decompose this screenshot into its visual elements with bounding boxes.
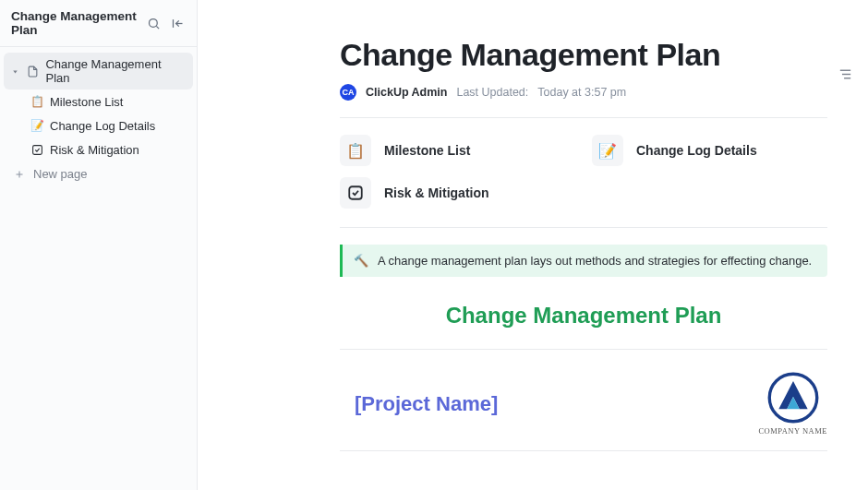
sidebar-item-label: Risk & Mitigation bbox=[50, 143, 139, 157]
sidebar-header-actions bbox=[145, 15, 186, 31]
svg-point-0 bbox=[149, 18, 157, 27]
collapse-sidebar-icon[interactable] bbox=[169, 15, 186, 31]
sidebar: Change Management Plan bbox=[0, 0, 198, 490]
subpage-label: Milestone List bbox=[384, 143, 470, 158]
project-name-placeholder[interactable]: [Project Name] bbox=[355, 392, 498, 416]
divider bbox=[340, 450, 827, 451]
checkbox-icon bbox=[30, 142, 44, 157]
sidebar-tree: Change Management Plan 📋 Milestone List … bbox=[0, 47, 197, 161]
subpage-label: Risk & Mitigation bbox=[384, 185, 489, 200]
plus-icon bbox=[13, 168, 26, 181]
sidebar-item-changelog[interactable]: 📝 Change Log Details bbox=[4, 114, 193, 137]
sidebar-item-label: Milestone List bbox=[50, 95, 123, 109]
sidebar-header: Change Management Plan bbox=[0, 0, 197, 47]
company-logo: COMPANY NAME bbox=[758, 372, 827, 436]
callout-text: A change management plan lays out method… bbox=[378, 254, 812, 268]
main: Change Management Plan CA ClickUp Admin … bbox=[198, 0, 868, 490]
svg-marker-4 bbox=[13, 70, 18, 73]
outline-icon[interactable] bbox=[838, 66, 853, 86]
chevron-down-icon[interactable] bbox=[11, 67, 20, 76]
divider bbox=[340, 349, 827, 350]
search-icon[interactable] bbox=[145, 15, 162, 31]
clipboard-icon: 📋 bbox=[30, 94, 44, 109]
company-name: COMPANY NAME bbox=[758, 426, 827, 436]
hammer-icon: 🔨 bbox=[354, 254, 368, 268]
sidebar-item-risk[interactable]: Risk & Mitigation bbox=[4, 137, 193, 161]
logo-icon bbox=[767, 372, 819, 424]
subpage-risk[interactable]: Risk & Mitigation bbox=[340, 177, 575, 209]
subpage-changelog[interactable]: 📝 Change Log Details bbox=[592, 135, 827, 166]
subpage-label: Change Log Details bbox=[636, 143, 757, 158]
clipboard-icon: 📋 bbox=[340, 135, 371, 166]
svg-rect-5 bbox=[32, 145, 42, 154]
project-row: [Project Name] COMPANY NAME bbox=[340, 366, 827, 441]
updated-value: Today at 3:57 pm bbox=[537, 86, 626, 99]
sidebar-item-label: Change Management Plan bbox=[45, 57, 186, 85]
updated-label: Last Updated: bbox=[456, 86, 528, 99]
memo-icon: 📝 bbox=[30, 118, 44, 133]
page-title[interactable]: Change Management Plan bbox=[340, 37, 827, 73]
section-heading[interactable]: Change Management Plan bbox=[340, 303, 827, 329]
new-page-label: New page bbox=[33, 167, 88, 181]
divider bbox=[340, 117, 827, 118]
avatar[interactable]: CA bbox=[340, 84, 356, 101]
content: Change Management Plan CA ClickUp Admin … bbox=[299, 0, 868, 490]
memo-icon: 📝 bbox=[592, 135, 623, 166]
new-page-button[interactable]: New page bbox=[0, 161, 197, 186]
subpage-milestone[interactable]: 📋 Milestone List bbox=[340, 135, 575, 166]
callout[interactable]: 🔨 A change management plan lays out meth… bbox=[340, 245, 827, 277]
sidebar-title: Change Management Plan bbox=[11, 9, 145, 37]
meta-row: CA ClickUp Admin Last Updated: Today at … bbox=[340, 84, 827, 101]
page-icon bbox=[26, 64, 41, 78]
subpages-grid: 📋 Milestone List 📝 Change Log Details Ri… bbox=[340, 135, 827, 209]
sidebar-item-root[interactable]: Change Management Plan bbox=[4, 53, 193, 90]
sidebar-item-milestone[interactable]: 📋 Milestone List bbox=[4, 90, 193, 114]
author-name[interactable]: ClickUp Admin bbox=[366, 86, 447, 99]
svg-line-1 bbox=[156, 26, 159, 29]
sidebar-item-label: Change Log Details bbox=[50, 119, 155, 133]
checkbox-icon bbox=[340, 177, 371, 209]
divider bbox=[340, 227, 827, 228]
